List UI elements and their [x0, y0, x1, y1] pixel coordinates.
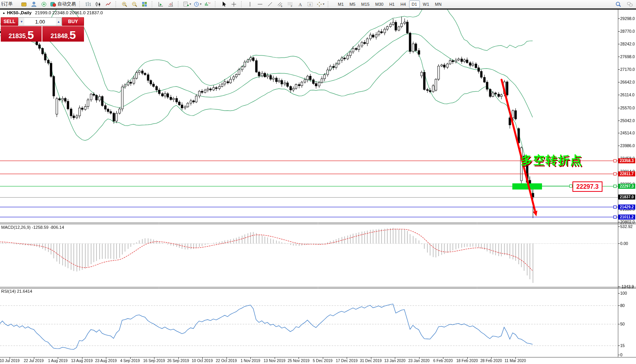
buy-button[interactable]: BUY: [62, 17, 84, 26]
price-axis-tick: 29298.0: [620, 16, 635, 21]
price-box-connector-handle: [569, 185, 572, 188]
price-level-badge: 22811.7: [618, 171, 635, 176]
rsi-axis-tick: 50: [620, 322, 625, 326]
price-level-badge: 21429.2: [618, 205, 635, 210]
macd-indicator-label: MACD(12,26,9) -1258.59 -806.14: [1, 225, 64, 230]
macd-axis-tick: 0.00: [620, 241, 628, 246]
price-axis-tick: 20802.0: [620, 220, 635, 224]
date-axis-label: 13 Nov 2019: [263, 359, 285, 363]
chart-window-top-border: [0, 8, 636, 10]
one-click-trading-panel: SELL ▼ ▲ BUY 21835.5 21848.5: [1, 17, 84, 42]
price-axis-tick: 24514.0: [620, 131, 635, 135]
price-level-badge: 22297.3: [618, 184, 635, 189]
date-axis-label: 28 Feb 2020: [480, 359, 502, 363]
price-level-badge: 23358.3: [618, 158, 635, 163]
date-axis-label: 22 Jul 2019: [24, 359, 44, 363]
date-axis-label: 10 Jul 2019: [0, 359, 20, 363]
date-axis-label: 11 Mar 2020: [505, 359, 526, 363]
volume-decrease-button[interactable]: ▼: [19, 18, 24, 25]
collapse-panel-arrow-icon[interactable]: ▲: [2, 11, 5, 15]
date-axis-label: 10 Oct 2019: [192, 359, 213, 363]
ohlc-low: 20961.0: [70, 10, 86, 15]
sell-button[interactable]: SELL: [1, 17, 18, 26]
date-axis-label: 13 Jan 2020: [384, 359, 405, 363]
price-axis-tick: 23986.0: [620, 143, 635, 148]
date-axis-label: 17 Dec 2019: [336, 359, 358, 363]
symbol-period-label: HK50-,Daily: [7, 10, 32, 15]
date-axis-label: 16 Sep 2019: [143, 359, 165, 363]
sell-price-int: 21835: [8, 32, 26, 40]
sell-price-frac: 5: [27, 30, 34, 40]
price-axis-tick: 25570.0: [620, 106, 635, 110]
ohlc-open: 21999.0: [35, 10, 51, 15]
price-level-badge: 21011.2: [618, 215, 635, 220]
macd-signal-value: -806.14: [50, 225, 64, 230]
rsi-axis-tick: 15: [620, 343, 625, 348]
price-axis-tick: 28770.0: [620, 29, 635, 34]
macd-axis-tick: 532.92: [620, 224, 633, 229]
date-axis-label: 1 Aug 2019: [48, 359, 68, 363]
price-axis-tick: 28242.0: [620, 42, 635, 46]
chart-title: ▲HK50-,Daily 21999.0 22348.0 20961.0 218…: [2, 10, 103, 15]
ohlc-close: 21837.0: [87, 10, 103, 15]
volume-input[interactable]: [24, 18, 56, 25]
chart-canvas[interactable]: [0, 0, 636, 364]
rsi-name: RSI(14): [1, 289, 16, 294]
rsi-axis-tick: 100: [620, 291, 627, 295]
volume-increase-button[interactable]: ▲: [56, 18, 61, 25]
buy-price-frac: 5: [69, 30, 76, 40]
macd-name: MACD(12,26,9): [1, 225, 30, 230]
ohlc-high: 22348.0: [52, 10, 69, 15]
date-axis-label: 22 Oct 2019: [216, 359, 237, 363]
rsi-axis-tick: 80: [620, 303, 625, 308]
price-axis-tick: 26642.0: [620, 80, 635, 84]
price-axis-tick: 27170.0: [620, 67, 635, 72]
price-axis-tick: 26114.0: [620, 92, 634, 97]
date-axis-label: 31 Dec 2019: [360, 359, 382, 363]
macd-value: -1258.59: [32, 225, 48, 230]
date-axis-label: 23 Jan 2020: [408, 359, 430, 363]
rsi-axis-tick: 0: [620, 352, 623, 357]
macd-axis-tick: -1343.9: [620, 284, 634, 289]
price-level-text-box[interactable]: 22297.3: [572, 181, 602, 192]
volume-spinner: ▼ ▲: [18, 17, 62, 26]
rsi-indicator-label: RSI(14) 21.6414: [1, 289, 32, 294]
buy-price-int: 21848: [50, 32, 68, 40]
price-axis-tick: 25042.0: [620, 118, 635, 123]
buy-price[interactable]: 21848.5: [42, 26, 84, 42]
rsi-value: 21.6414: [17, 289, 32, 294]
date-axis-label: 4 Sep 2019: [120, 359, 140, 363]
price-axis-tick: 27698.0: [620, 54, 635, 59]
mt4-window: 新订单自动交易▾▾EFAT▾M1M5M15M30H1H4D1W1MN ▲HK50…: [0, 0, 636, 364]
chinese-annotation-text: 多空转折点: [521, 153, 582, 168]
sell-price[interactable]: 21835.5: [1, 26, 42, 42]
price-level-badge: 21837.0: [618, 195, 635, 200]
date-axis-label: 23 Aug 2019: [95, 359, 117, 363]
date-axis-label: 25 Nov 2019: [288, 359, 310, 363]
date-axis-label: 26 Sep 2019: [167, 359, 189, 363]
date-axis-label: 18 Feb 2020: [456, 359, 478, 363]
date-axis-label: 5 Dec 2019: [313, 359, 332, 363]
date-axis-label: 13 Aug 2019: [71, 359, 92, 363]
date-axis-label: 6 Feb 2020: [433, 359, 453, 363]
date-axis-label: 1 Nov 2019: [240, 359, 260, 363]
